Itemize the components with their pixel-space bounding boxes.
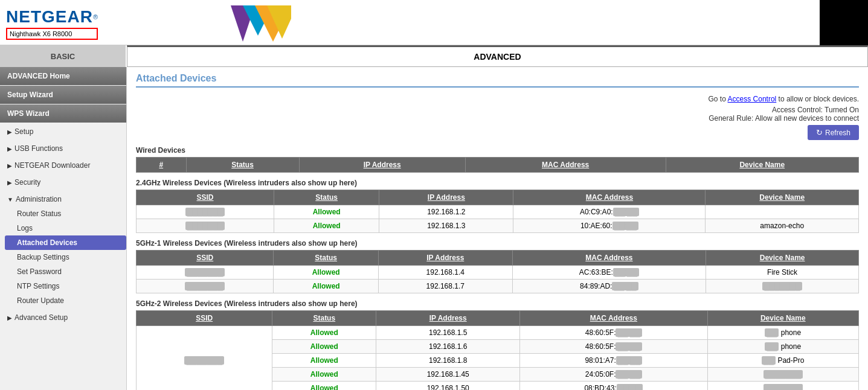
mac-cell: 98:01:A7:██:██ bbox=[520, 354, 707, 368]
sidebar-label-adv: Advanced Setup bbox=[14, 313, 68, 322]
name-cell: amazon-echo bbox=[706, 219, 859, 233]
name-cell: ██ Pad-Pro bbox=[707, 354, 858, 368]
wired-col-status-link[interactable]: Status bbox=[231, 161, 254, 169]
logo-text: NETGEAR bbox=[6, 7, 93, 26]
status-cell: Allowed bbox=[272, 382, 376, 391]
mac-cell: 48:60:5F:██:██ bbox=[520, 326, 707, 340]
access-control-bar: Go to Access Control to allow or block d… bbox=[136, 95, 859, 140]
wired-col-ip-link[interactable]: IP Address bbox=[364, 161, 401, 169]
band5g2-mac-link[interactable]: MAC Address bbox=[590, 314, 637, 322]
band5g2-name-link[interactable]: Device Name bbox=[760, 314, 806, 322]
corner-decoration bbox=[820, 0, 868, 45]
arrow-icon-admin: ▼ bbox=[7, 196, 13, 203]
sidebar-item-logs[interactable]: Logs bbox=[5, 221, 126, 235]
band24-name-link[interactable]: Device Name bbox=[759, 193, 805, 202]
ssid-cell: ███████ bbox=[137, 205, 274, 219]
mac-cell: 24:05:0F:██:██ bbox=[520, 368, 707, 382]
tab-advanced[interactable]: ADVANCED bbox=[127, 45, 868, 67]
wired-col-name-link[interactable]: Device Name bbox=[739, 161, 785, 169]
band5g2-status-link[interactable]: Status bbox=[313, 314, 335, 322]
band5g1-col-mac: MAC Address bbox=[512, 251, 706, 266]
table-row: ███████ Allowed 192.168.1.3 10:AE:60:██:… bbox=[137, 219, 859, 233]
sidebar-item-set-password[interactable]: Set Password bbox=[5, 264, 126, 279]
band5g1-table: SSID Status IP Address MAC Address Devic… bbox=[136, 250, 859, 293]
wired-col-ip: IP Address bbox=[299, 158, 465, 173]
ip-cell: 192.168.1.50 bbox=[376, 382, 520, 391]
band24-ip-link[interactable]: IP Address bbox=[428, 193, 465, 202]
band24-ssid-link[interactable]: SSID bbox=[197, 193, 214, 202]
logo-reg: ® bbox=[93, 13, 98, 21]
sidebar-item-admin[interactable]: ▼ Administration bbox=[0, 192, 126, 206]
mac-cell: 10:AE:60:██:██ bbox=[513, 219, 706, 233]
sidebar-section-admin: ▼ Administration Router Status Logs Atta… bbox=[0, 191, 126, 309]
router-model: Nighthawk X6 R8000 bbox=[6, 28, 98, 40]
sidebar-item-downloader[interactable]: ▶ NETGEAR Downloader bbox=[0, 158, 126, 173]
band5g1-section-label: 5GHz-1 Wireless Devices (Wireless intrud… bbox=[136, 239, 859, 248]
sidebar-item-router-status[interactable]: Router Status bbox=[5, 206, 126, 221]
band5g1-mac-link[interactable]: MAC Address bbox=[585, 254, 632, 262]
band24-status-link[interactable]: Status bbox=[315, 193, 338, 202]
wired-col-mac-link[interactable]: MAC Address bbox=[542, 161, 589, 169]
band24-col-name: Device Name bbox=[706, 190, 859, 205]
band5g1-col-name: Device Name bbox=[706, 251, 859, 266]
name-cell: ██ phone bbox=[707, 340, 858, 354]
sidebar-item-ntp-settings[interactable]: NTP Settings bbox=[5, 279, 126, 293]
band5g1-ssid-link[interactable]: SSID bbox=[196, 254, 213, 262]
status-cell: Allowed bbox=[274, 280, 379, 293]
name-cell: ██ phone bbox=[707, 326, 858, 340]
table-row: ███████ Allowed 192.168.1.5 48:60:5F:██:… bbox=[137, 326, 859, 340]
sidebar-item-setup[interactable]: ▶ Setup bbox=[0, 124, 126, 139]
band5g2-col-status: Status bbox=[272, 311, 376, 326]
sidebar-label-setup: Setup bbox=[14, 127, 33, 136]
logo-graphic bbox=[194, 5, 291, 42]
arrow-icon-dl: ▶ bbox=[7, 162, 12, 169]
arrow-icon: ▶ bbox=[7, 129, 12, 135]
table-row: ███████ Allowed 192.168.1.7 84:89:AD:██:… bbox=[137, 280, 859, 293]
band5g2-col-mac: MAC Address bbox=[520, 311, 707, 326]
ssid-cell: ███████ bbox=[137, 326, 272, 391]
status-cell: Allowed bbox=[272, 326, 376, 340]
mac-cell: AC:63:BE:██:██ bbox=[512, 266, 706, 280]
page-header: NETGEAR® Nighthawk X6 R8000 bbox=[0, 0, 868, 45]
ssid-cell: ███████ bbox=[137, 280, 274, 293]
band5g1-status-link[interactable]: Status bbox=[315, 254, 337, 262]
sidebar-btn-wps-wizard[interactable]: WPS Wizard bbox=[0, 104, 126, 123]
tabs: BASIC ADVANCED bbox=[0, 45, 868, 67]
wired-col-num-link[interactable]: # bbox=[159, 161, 163, 169]
access-link-text: Go to Access Control to allow or block d… bbox=[709, 95, 859, 103]
band5g1-col-ip: IP Address bbox=[379, 251, 513, 266]
access-control-link[interactable]: Access Control bbox=[728, 95, 777, 103]
sidebar-item-attached-devices[interactable]: Attached Devices bbox=[5, 235, 126, 250]
sidebar-item-advanced-setup[interactable]: ▶ Advanced Setup bbox=[0, 310, 126, 325]
tab-basic[interactable]: BASIC bbox=[0, 45, 127, 67]
page-title: Attached Devices bbox=[136, 73, 859, 88]
wired-col-status: Status bbox=[186, 158, 299, 173]
band5g2-table: SSID Status IP Address MAC Address Devic… bbox=[136, 310, 859, 390]
sidebar-btn-advanced-home[interactable]: ADVANCED Home bbox=[0, 67, 126, 85]
arrow-icon-usb: ▶ bbox=[7, 145, 12, 152]
ip-cell: 192.168.1.45 bbox=[376, 368, 520, 382]
status-cell: Allowed bbox=[274, 219, 379, 233]
wired-devices-table: # Status IP Address MAC Address Device N… bbox=[136, 157, 859, 173]
sidebar-item-router-update[interactable]: Router Update bbox=[5, 293, 126, 308]
ip-cell: 192.168.1.8 bbox=[376, 354, 520, 368]
sidebar-item-usb[interactable]: ▶ USB Functions bbox=[0, 141, 126, 156]
name-cell: ███████ bbox=[706, 280, 859, 293]
table-row: ███████ Allowed 192.168.1.4 AC:63:BE:██:… bbox=[137, 266, 859, 280]
band24-col-ip: IP Address bbox=[379, 190, 513, 205]
band5g1-ip-link[interactable]: IP Address bbox=[426, 254, 464, 262]
sidebar-item-security[interactable]: ▶ Security bbox=[0, 175, 126, 190]
ip-cell: 192.168.1.6 bbox=[376, 340, 520, 354]
name-cell bbox=[706, 205, 859, 219]
band5g2-col-ssid: SSID bbox=[137, 311, 272, 326]
sidebar-btn-setup-wizard[interactable]: Setup Wizard bbox=[0, 86, 126, 104]
band5g1-name-link[interactable]: Device Name bbox=[760, 254, 805, 262]
band24-mac-link[interactable]: MAC Address bbox=[586, 193, 633, 202]
band5g2-ip-link[interactable]: IP Address bbox=[429, 314, 467, 322]
refresh-button[interactable]: ↻ Refresh bbox=[808, 125, 859, 140]
band24-col-status: Status bbox=[274, 190, 379, 205]
sidebar-label-admin: Administration bbox=[16, 195, 62, 203]
sidebar-item-backup-settings[interactable]: Backup Settings bbox=[5, 250, 126, 264]
band5g2-ssid-link[interactable]: SSID bbox=[196, 314, 213, 322]
wired-col-mac: MAC Address bbox=[465, 158, 666, 173]
